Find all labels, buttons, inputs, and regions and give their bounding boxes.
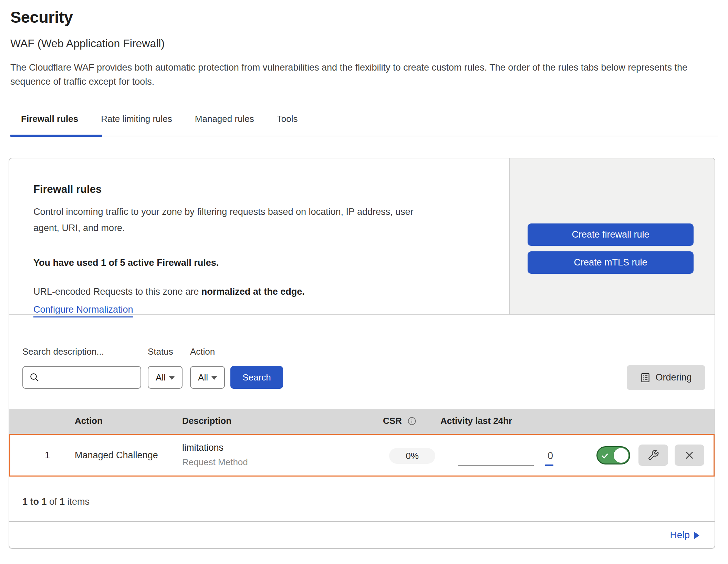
card-description: Control incoming traffic to your zone by… <box>33 204 416 236</box>
card-heading: Firewall rules <box>33 183 102 196</box>
chevron-down-icon <box>169 376 175 380</box>
help-arrow-icon <box>694 532 699 539</box>
status-filter-select[interactable]: All <box>148 366 183 389</box>
search-description-label: Search description... <box>22 346 104 357</box>
action-label: Action <box>190 346 215 357</box>
column-header-action: Action <box>75 416 103 426</box>
help-link[interactable]: Help <box>670 530 699 541</box>
pagination-summary: 1 to 1 of 1 items <box>22 497 90 507</box>
rule-enabled-toggle[interactable] <box>596 446 630 464</box>
footer-divider <box>9 521 715 522</box>
tab-rate-limiting-rules[interactable]: Rate limiting rules <box>90 114 184 124</box>
configure-normalization-link[interactable]: Configure Normalization <box>33 304 133 317</box>
usage-text: You have used 1 of 5 active Firewall rul… <box>33 258 219 268</box>
activity-sparkline <box>458 465 534 466</box>
pagination-total: 1 <box>60 497 65 507</box>
rule-description: limitations <box>182 442 223 453</box>
page-subtitle: WAF (Web Application Firewall) <box>10 37 165 50</box>
pagination-of: of <box>47 497 60 507</box>
rule-action-value: Managed Challenge <box>75 450 158 461</box>
csr-badge: 0% <box>389 448 435 464</box>
normalization-text: URL-encoded Requests to this zone are no… <box>33 286 305 297</box>
column-header-csr: CSR <box>383 416 402 426</box>
status-filter-value: All <box>156 372 166 383</box>
page-title: Security <box>10 8 73 27</box>
active-tab-indicator <box>10 135 102 137</box>
normalization-text-bold: normalized at the edge. <box>201 286 305 297</box>
pagination-items: items <box>65 497 90 507</box>
ordering-button-label: Ordering <box>655 372 691 383</box>
wrench-icon <box>647 449 659 461</box>
action-filter-value: All <box>198 372 208 383</box>
help-label: Help <box>670 530 690 541</box>
tab-firewall-rules[interactable]: Firewall rules <box>10 114 90 124</box>
tab-managed-rules[interactable]: Managed rules <box>184 114 266 124</box>
search-input[interactable] <box>44 372 138 383</box>
delete-rule-button[interactable] <box>675 445 704 466</box>
toggle-check-icon <box>601 451 610 460</box>
csr-info-icon[interactable] <box>407 416 417 427</box>
action-filter-select[interactable]: All <box>190 366 225 389</box>
chevron-down-icon <box>211 376 217 380</box>
activity-count-underline <box>545 464 553 466</box>
status-label: Status <box>148 346 173 357</box>
ordering-button[interactable]: Ordering <box>627 365 705 390</box>
firewall-rules-card: Firewall rules Control incoming traffic … <box>9 158 715 549</box>
search-icon <box>29 372 40 383</box>
create-firewall-rule-button[interactable]: Create firewall rule <box>528 223 694 246</box>
table-header: Action Description CSR Activity last 24h… <box>9 409 715 434</box>
tab-bar: Firewall rules Rate limiting rules Manag… <box>10 114 309 124</box>
create-mtls-rule-button[interactable]: Create mTLS rule <box>528 251 694 274</box>
tab-tools[interactable]: Tools <box>266 114 309 124</box>
ordering-list-icon <box>640 373 651 383</box>
page-description: The Cloudflare WAF provides both automat… <box>10 61 718 89</box>
activity-count-link[interactable]: 0 <box>543 450 557 461</box>
column-header-description: Description <box>182 416 231 426</box>
normalization-text-normal: URL-encoded Requests to this zone are <box>33 286 201 297</box>
column-header-activity: Activity last 24hr <box>440 416 512 426</box>
firewall-rule-row[interactable]: 1 Managed Challenge limitations Request … <box>9 434 715 477</box>
tab-bar-divider <box>10 136 718 136</box>
card-section-divider <box>9 314 715 315</box>
edit-rule-button[interactable] <box>638 445 668 466</box>
waf-security-page: Security WAF (Web Application Firewall) … <box>0 0 728 564</box>
toggle-knob <box>614 448 628 463</box>
pagination-range: 1 to 1 <box>22 497 47 507</box>
rule-order-number: 1 <box>45 450 50 461</box>
search-button[interactable]: Search <box>230 366 283 389</box>
close-icon <box>684 450 695 461</box>
rule-expression: Request Method <box>182 457 248 468</box>
search-input-wrapper <box>22 366 141 389</box>
